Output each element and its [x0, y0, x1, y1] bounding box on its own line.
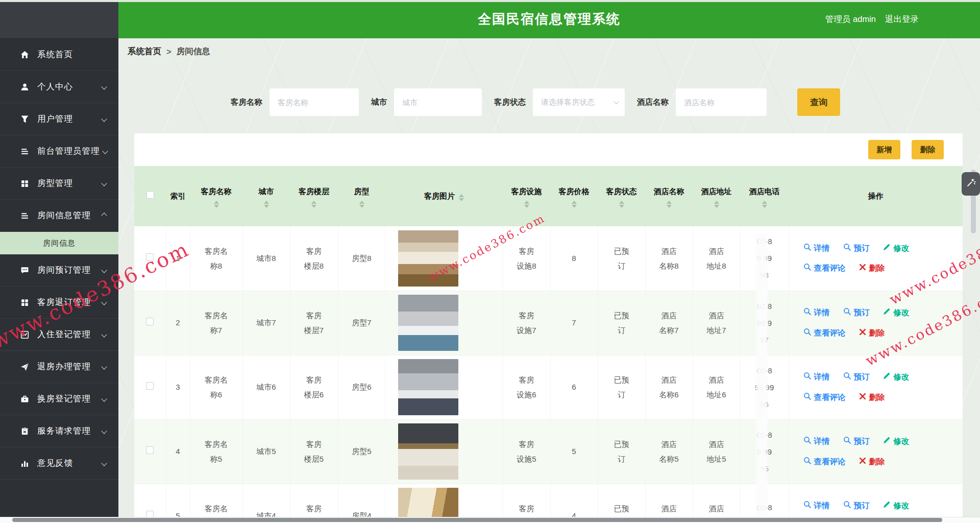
sort-caret-icon[interactable] [311, 201, 316, 208]
add-button[interactable]: 新增 [868, 140, 900, 159]
search-button[interactable]: 查询 [797, 88, 840, 116]
room-photo-7[interactable] [398, 295, 458, 351]
sidebar-item-10[interactable]: 换房登记管理 [0, 383, 118, 415]
column-header-2[interactable]: 客房名称 [190, 166, 242, 226]
sidebar-item-2[interactable]: 用户管理 [0, 103, 118, 135]
delete-link[interactable]: 删除 [859, 260, 885, 276]
comments-link[interactable]: 查看评论 [803, 260, 846, 276]
sidebar-item-1[interactable]: 个人中心 [0, 71, 118, 103]
price-cell: 5 [550, 419, 598, 484]
comments-link[interactable]: 查看评论 [803, 454, 846, 469]
sort-caret-icon[interactable] [459, 194, 464, 201]
column-header-3[interactable]: 城市 [242, 166, 290, 226]
book-link[interactable]: 预订 [843, 434, 870, 449]
sort-caret-icon[interactable] [359, 201, 364, 208]
detail-link[interactable]: 详情 [803, 241, 830, 256]
column-header-8[interactable]: 客房价格 [550, 166, 598, 226]
logout-link[interactable]: 退出登录 [885, 14, 919, 25]
column-header-7[interactable]: 客房设施 [503, 166, 550, 226]
column-header-5[interactable]: 房型 [338, 166, 385, 226]
sidebar-item-0[interactable]: 系统首页 [0, 39, 118, 71]
sort-caret-icon[interactable] [214, 201, 219, 208]
sidebar-item-label: 用户管理 [37, 113, 99, 125]
sidebar-item-8[interactable]: 入住登记管理 [0, 319, 118, 351]
comments-link[interactable]: 查看评论 [803, 390, 846, 405]
sidebar-item-11[interactable]: 服务请求管理 [0, 415, 118, 447]
book-link[interactable]: 预订 [843, 305, 870, 320]
grid-icon [20, 179, 29, 188]
delete-link[interactable]: 删除 [859, 390, 885, 405]
column-header-10[interactable]: 酒店名称 [645, 166, 693, 226]
column-header-12[interactable]: 酒店电话 [740, 166, 789, 226]
sort-caret-icon[interactable] [572, 201, 577, 208]
city-label: 城市 [371, 97, 387, 108]
sidebar-subitem-room-info[interactable]: 房间信息 [0, 232, 118, 254]
row-checkbox[interactable] [146, 318, 154, 325]
magnifier-icon [843, 369, 851, 385]
breadcrumb-home[interactable]: 系统首页 [128, 46, 161, 57]
comments-link[interactable]: 查看评论 [803, 325, 846, 341]
row-checkbox[interactable] [146, 382, 154, 390]
row-checkbox[interactable] [146, 253, 154, 261]
column-header-11[interactable]: 酒店地址 [693, 166, 740, 226]
book-link[interactable]: 预订 [843, 369, 870, 385]
sort-caret-icon[interactable] [619, 201, 624, 208]
hotel-name-input[interactable] [676, 88, 767, 116]
delete-button[interactable]: 删除 [912, 140, 944, 159]
sort-caret-icon[interactable] [667, 201, 672, 208]
sidebar-item-9[interactable]: 退房办理管理 [0, 351, 118, 383]
select-all-checkbox[interactable] [146, 191, 154, 199]
sidebar-item-12[interactable]: 意见反馈 [0, 447, 118, 480]
column-header-9[interactable]: 客房状态 [598, 166, 645, 226]
sort-caret-icon[interactable] [264, 201, 269, 208]
column-label: 客房楼层 [299, 184, 329, 199]
operations-cell: 详情 预订 修改 查看评论 删除 [789, 291, 963, 355]
sort-caret-icon[interactable] [714, 201, 719, 208]
sidebar-item-6[interactable]: 房间预订管理 [0, 254, 118, 287]
delete-link[interactable]: 删除 [859, 325, 885, 341]
horizontal-scrollbar-thumb[interactable] [12, 518, 942, 522]
sidebar-item-7[interactable]: 客房退订管理 [0, 287, 118, 319]
sidebar-item-4[interactable]: 房型管理 [0, 168, 118, 200]
pencil-icon [883, 369, 891, 385]
detail-link[interactable]: 详情 [803, 498, 830, 513]
sidebar-item-3[interactable]: 前台管理员管理 [0, 135, 118, 168]
edit-link[interactable]: 修改 [883, 369, 910, 385]
edit-link[interactable]: 修改 [883, 241, 910, 256]
room-photo-8[interactable] [398, 230, 458, 287]
detail-link[interactable]: 详情 [803, 305, 830, 320]
operations-cell: 详情 预订 修改 查看评论 删除 [789, 355, 963, 419]
room-photo-6[interactable] [398, 359, 458, 415]
edit-link[interactable]: 修改 [883, 434, 910, 449]
book-link[interactable]: 预订 [843, 241, 870, 256]
briefcase-icon [20, 395, 29, 403]
sidebar-item-label: 意见反馈 [37, 458, 99, 469]
sidebar: 系统首页个人中心用户管理前台管理员管理房型管理房间信息管理房间信息房间预订管理客… [0, 0, 118, 517]
room-photo-5[interactable] [398, 423, 458, 480]
magic-wand-icon [966, 178, 976, 190]
facilities-cell: 客房设施6 [503, 355, 550, 419]
detail-link[interactable]: 详情 [803, 434, 830, 449]
sidebar-item-5[interactable]: 房间信息管理 [0, 200, 118, 232]
city-input[interactable] [394, 88, 482, 116]
sort-caret-icon[interactable] [524, 201, 529, 208]
room-status-select[interactable]: 请选择客房状态 [533, 88, 625, 116]
book-link[interactable]: 预订 [843, 498, 870, 513]
column-label: 操作 [868, 189, 884, 203]
row-checkbox[interactable] [146, 446, 154, 454]
detail-link[interactable]: 详情 [803, 369, 830, 385]
column-header-6[interactable]: 客房图片 [385, 166, 503, 226]
menu-icon [20, 211, 29, 220]
delete-link[interactable]: 删除 [859, 454, 885, 469]
chevron-down-icon [102, 148, 108, 154]
price-cell: 6 [550, 355, 598, 419]
sort-caret-icon[interactable] [762, 201, 767, 208]
magnifier-icon [803, 434, 811, 449]
edit-link[interactable]: 修改 [883, 498, 910, 513]
room-name-input[interactable] [270, 88, 359, 116]
edit-link[interactable]: 修改 [883, 305, 910, 320]
magnifier-icon [803, 369, 811, 385]
room-name-cell: 客房名称5 [190, 419, 242, 484]
magic-wand-button[interactable] [962, 172, 980, 196]
column-header-4[interactable]: 客房楼层 [290, 166, 338, 226]
